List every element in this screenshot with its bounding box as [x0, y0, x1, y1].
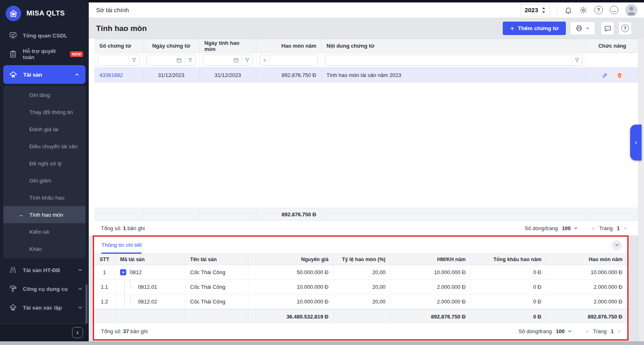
notifications-bell-icon[interactable]	[564, 6, 572, 14]
asset-rate: 20,00	[334, 280, 391, 294]
sidebar-item-ho-tro-quyet-toan[interactable]: Hỗ trợ quyết toán NEW	[0, 45, 89, 64]
panel-expand-handle[interactable]	[630, 125, 642, 160]
help-icon[interactable]: ?	[594, 6, 603, 14]
rows-per-page-select[interactable]: 100	[556, 328, 572, 334]
year-stepper-icon[interactable]	[541, 7, 546, 13]
voucher-row[interactable]: 43361682 31/12/2023 31/12/2023 892.876.7…	[94, 68, 638, 83]
submenu-item-tinh-khau-hao[interactable]: Tính khấu hao	[3, 189, 85, 206]
sidebar-collapse-button[interactable]	[72, 327, 83, 338]
asset-code: 0812.01	[138, 284, 157, 290]
submenu-item-khac[interactable]: Khác	[3, 240, 85, 257]
filter-cell	[94, 53, 143, 67]
filter-cell	[586, 53, 638, 67]
collapse-panel-button[interactable]	[612, 240, 622, 250]
submenu-item-tinh-hao-mon[interactable]: → Tính hao mòn	[3, 206, 85, 223]
rows-per-page-value: 100	[556, 328, 565, 334]
asset-hm-kh: 10.000.000 Đ	[391, 265, 471, 279]
page-label: Trang	[593, 328, 607, 334]
asset-name: Cốc Thái Công	[185, 280, 248, 294]
filter-so-chung-tu[interactable]	[98, 55, 140, 66]
feedback-chat-button[interactable]	[601, 22, 614, 35]
print-button[interactable]	[570, 22, 595, 35]
sidebar-item-tai-san[interactable]: Tài sản	[3, 65, 85, 84]
voucher-number-link[interactable]: 43361682	[99, 72, 123, 78]
filter-noi-dung[interactable]	[325, 55, 583, 66]
col-ngay-tinh-hao-mon[interactable]: Ngày tính hao mòn	[199, 39, 256, 53]
filter-funnel-icon[interactable]	[241, 55, 252, 65]
filter-funnel-icon[interactable]	[184, 55, 195, 65]
sidebar-item-cong-cu-dung-cu[interactable]: Công cụ dụng cụ	[0, 279, 89, 298]
add-voucher-button[interactable]: + Thêm chứng từ	[503, 22, 566, 35]
filter-funnel-icon[interactable]	[128, 55, 139, 65]
filter-hao-mon-nam[interactable]: =	[260, 55, 318, 66]
col-noi-dung-chung-tu[interactable]: Nội dung chứng từ	[322, 39, 586, 53]
col-ma-tai-san[interactable]: Mã tài sản	[115, 254, 185, 265]
col-hao-mon-nam-detail[interactable]: Hao mòn năm	[547, 254, 627, 265]
col-tong-khau-hao-nam[interactable]: Tổng khấu hao năm	[471, 254, 547, 265]
settings-gear-icon[interactable]	[579, 6, 587, 14]
asset-stt: 1.1	[94, 280, 115, 294]
vertical-scrollbar[interactable]	[638, 39, 644, 341]
edit-button[interactable]	[600, 70, 610, 81]
depreciation-date: 31/12/2023	[199, 68, 256, 83]
road-icon	[9, 266, 17, 274]
help-button[interactable]: ?	[618, 22, 632, 35]
asset-row[interactable]: 1 +0812 Cốc Thái Công 50.000.000 Đ 20,00…	[94, 265, 627, 280]
tab-thong-tin-chi-tiet[interactable]: Thông tin chi tiết	[101, 237, 142, 253]
submenu-item-thay-doi-thong-tin[interactable]: Thay đổi thông tin	[3, 103, 85, 121]
submenu-label: Đề nghị xử lý	[29, 160, 62, 167]
filter-ngay-chung-tu[interactable]	[147, 55, 196, 66]
calendar-icon[interactable]	[173, 55, 184, 65]
sidebar-scrollbar-thumb[interactable]	[85, 284, 88, 327]
submenu-item-ghi-tang[interactable]: Ghi tăng	[3, 86, 85, 103]
asset-original-cost: 50.000.000 Đ	[248, 265, 334, 279]
submenu-item-ghi-giam[interactable]: Ghi giảm	[3, 172, 85, 189]
asset-row[interactable]: 1.1 0812.01 Cốc Thái Công 10.000.000 Đ 2…	[94, 280, 627, 294]
asset-year-dep: 10.000.000 Đ	[547, 265, 627, 279]
asset-code-cell: 0812.02	[115, 294, 185, 309]
filter-funnel-icon[interactable]	[571, 55, 582, 65]
filter-cell	[199, 53, 256, 67]
calendar-icon[interactable]	[230, 55, 241, 65]
clipboard-icon	[9, 50, 17, 58]
sidebar-item-label: Tài sản xác lập	[23, 305, 72, 311]
rows-per-page-value: 100	[562, 225, 571, 231]
expand-plus-icon[interactable]: +	[120, 269, 126, 275]
prev-page-button[interactable]: <	[592, 225, 595, 231]
rows-per-page-select[interactable]: 100	[562, 225, 578, 231]
submenu-item-danh-gia-lai[interactable]: Đánh giá lại	[3, 121, 85, 138]
year-selector[interactable]: 2023	[521, 4, 550, 16]
asset-year-dep: 2.000.000 Đ	[547, 294, 627, 309]
submenu-item-kiem-ke[interactable]: Kiểm kê	[3, 223, 85, 240]
total-original-cost: 36.480.532.819 Đ	[248, 310, 334, 323]
sidebar-item-tai-san-xac-lap[interactable]: Tài sản xác lập	[0, 298, 89, 317]
col-chuc-nang[interactable]: Chức năng	[586, 39, 638, 53]
asset-row[interactable]: 1.2 0812.02 Cốc Thái Công 10.000.000 Đ 2…	[94, 294, 627, 309]
depreciation-amount: 892.876.750 Đ	[256, 68, 322, 83]
user-avatar[interactable]	[625, 4, 637, 16]
sidebar-item-tai-san-ht-db[interactable]: Tài sản HT-ĐB	[0, 261, 89, 279]
filter-ngay-tinh-hao-mon[interactable]	[203, 55, 253, 66]
col-ten-tai-san[interactable]: Tên tài sản	[185, 254, 248, 265]
equals-operator[interactable]: =	[260, 55, 270, 65]
submenu-item-dieu-chuyen-tai-san[interactable]: Điều chuyển tài sản	[3, 138, 85, 155]
col-hm-kh-nam[interactable]: HM/KH năm	[391, 254, 471, 265]
delete-button[interactable]	[614, 70, 625, 81]
more-options-icon[interactable]: ...	[610, 6, 618, 14]
submenu-item-de-nghi-xu-ly[interactable]: Đề nghị xử lý	[3, 155, 85, 172]
col-stt[interactable]: STT	[94, 254, 115, 265]
next-page-button[interactable]: >	[624, 225, 627, 231]
col-hao-mon-nam[interactable]: Hao mòn năm	[256, 39, 322, 53]
total-depreciation: 892.876.750 Đ	[256, 208, 322, 220]
total-count-label: Tổng số:	[101, 328, 122, 334]
next-page-button[interactable]: >	[618, 328, 621, 334]
col-ty-le-hao-mon[interactable]: Tỷ lệ hao mòn (%)	[334, 254, 391, 265]
col-ngay-chung-tu[interactable]: Ngày chứng từ	[143, 39, 199, 53]
plus-icon: +	[510, 25, 514, 32]
sidebar-item-tong-quan-csdl[interactable]: Tổng quan CSDL	[0, 26, 89, 45]
prev-page-button[interactable]: <	[586, 328, 589, 334]
col-so-chung-tu[interactable]: Số chứng từ	[94, 39, 143, 53]
records-label: bản ghi	[127, 225, 145, 231]
col-nguyen-gia[interactable]: Nguyên giá	[248, 254, 334, 265]
help-icon: ?	[621, 24, 629, 32]
